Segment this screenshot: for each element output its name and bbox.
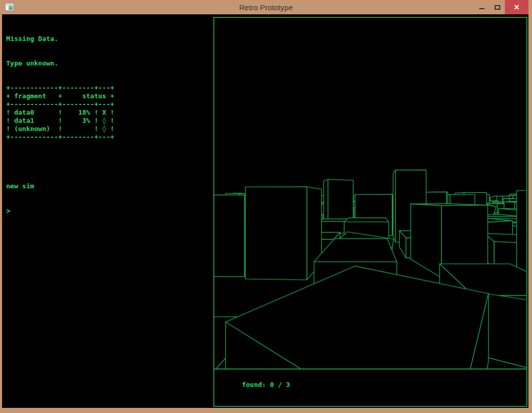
terminal-blank-line [6,158,114,166]
terminal-line-type-unknown: Type unknown. [6,59,114,68]
app-window-icon [5,3,14,11]
maximize-button[interactable] [490,0,505,14]
titlebar[interactable]: Retro Prototype ✕ [0,0,532,14]
scene-panel: found: 0 / 3 [213,17,527,407]
fragment-status-table: +------------+--------+---+ + fragment +… [6,84,114,141]
command-prompt[interactable]: > [6,207,114,215]
window-frame-right [528,14,532,413]
maximize-icon [495,5,500,10]
app-icon-pane [9,6,13,10]
minimize-icon [479,8,484,9]
wireframe-viewport[interactable] [214,18,526,369]
window-frame-bottom [0,408,532,413]
window-frame-left [0,14,2,413]
found-counter: found: 0 / 3 [242,381,290,388]
terminal-line-missing-data: Missing Data. [6,35,114,43]
terminal-pane: Missing Data. Type unknown. +-----------… [6,18,114,231]
caption-buttons: ✕ [474,0,528,14]
close-button[interactable]: ✕ [505,0,528,14]
minimize-button[interactable] [474,0,490,14]
app-window: Retro Prototype ✕ Missing Data. Type unk… [0,0,532,413]
window-title: Retro Prototype [0,3,532,12]
new-sim-label[interactable]: new sim [6,182,114,190]
statusbar: found: 0 / 3 [214,369,526,405]
